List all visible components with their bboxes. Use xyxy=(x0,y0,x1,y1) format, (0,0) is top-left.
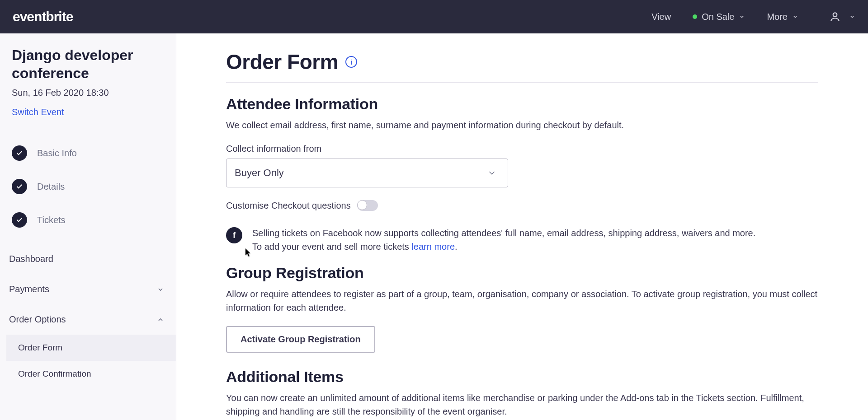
additional-desc: You can now create an unlimited amount o… xyxy=(226,391,818,418)
user-icon xyxy=(829,11,841,23)
sub-nav-order-form[interactable]: Order Form xyxy=(6,335,176,361)
attendee-section-title: Attendee Information xyxy=(226,95,818,113)
step-label: Details xyxy=(37,182,65,192)
topnav-left: eventbrite xyxy=(13,9,73,24)
chevron-down-icon xyxy=(792,14,798,20)
nav-label: Dashboard xyxy=(9,254,53,264)
nav-section: Dashboard Payments Order Options Order F… xyxy=(0,244,176,387)
sub-nav-order-confirmation[interactable]: Order Confirmation xyxy=(6,361,176,387)
switch-event-link[interactable]: Switch Event xyxy=(12,107,164,117)
page-title: Order Form xyxy=(226,50,338,74)
learn-more-link[interactable]: learn more xyxy=(411,242,455,252)
chevron-up-icon xyxy=(157,316,164,323)
attendee-desc: We collect email address, first name, su… xyxy=(226,118,818,132)
top-navbar: eventbrite View On Sale More xyxy=(0,0,868,33)
sub-nav: Order Form Order Confirmation xyxy=(0,335,176,387)
chevron-down-icon xyxy=(739,14,745,20)
facebook-icon: f xyxy=(226,227,242,243)
step-details[interactable]: Details xyxy=(4,170,172,203)
step-circle-icon xyxy=(12,145,27,161)
nav-order-options[interactable]: Order Options xyxy=(0,304,176,335)
main-content: Order Form i Attendee Information We col… xyxy=(176,33,868,420)
check-icon xyxy=(16,183,23,190)
page-title-row: Order Form i xyxy=(226,50,818,83)
event-date: Sun, 16 Feb 2020 18:30 xyxy=(12,88,164,98)
event-header: Django developer conference Sun, 16 Feb … xyxy=(0,46,176,117)
check-icon xyxy=(16,149,23,157)
customise-toggle[interactable] xyxy=(357,200,378,211)
step-tickets[interactable]: Tickets xyxy=(4,203,172,237)
step-circle-icon xyxy=(12,212,27,228)
chevron-down-icon xyxy=(849,14,855,20)
fb-line2a: To add your event and sell more tickets xyxy=(252,242,411,252)
view-label: View xyxy=(651,12,671,22)
step-circle-icon xyxy=(12,179,27,194)
group-section-title: Group Registration xyxy=(226,264,818,282)
more-label: More xyxy=(767,12,788,22)
facebook-text: Selling tickets on Facebook now supports… xyxy=(252,226,755,253)
chevron-down-icon xyxy=(487,168,497,178)
onsale-label: On Sale xyxy=(702,12,734,22)
more-menu[interactable]: More xyxy=(767,12,798,22)
collect-from-label: Collect information from xyxy=(226,144,818,154)
steps-list: Basic Info Details Tickets xyxy=(0,136,176,237)
fb-line1: Selling tickets on Facebook now supports… xyxy=(252,228,755,238)
topnav-right: View On Sale More xyxy=(651,11,855,23)
select-value: Buyer Only xyxy=(235,167,284,179)
onsale-menu[interactable]: On Sale xyxy=(693,12,745,22)
toggle-knob xyxy=(357,200,367,210)
fb-line2b: . xyxy=(455,242,458,252)
nav-label: Payments xyxy=(9,284,49,294)
sidebar: Django developer conference Sun, 16 Feb … xyxy=(0,33,176,420)
svg-point-0 xyxy=(833,13,837,17)
view-menu[interactable]: View xyxy=(651,12,671,22)
nav-payments[interactable]: Payments xyxy=(0,274,176,304)
chevron-down-icon xyxy=(157,286,164,293)
status-dot-icon xyxy=(693,14,697,19)
group-desc: Allow or require attendees to register a… xyxy=(226,287,818,314)
activate-group-button[interactable]: Activate Group Registration xyxy=(226,326,375,353)
additional-section-title: Additional Items xyxy=(226,368,818,386)
facebook-info-banner: f Selling tickets on Facebook now suppor… xyxy=(226,226,818,253)
nav-label: Order Options xyxy=(9,314,66,325)
event-title: Django developer conference xyxy=(12,46,164,82)
step-label: Basic Info xyxy=(37,148,77,159)
step-label: Tickets xyxy=(37,215,66,225)
check-icon xyxy=(16,216,23,224)
step-basic-info[interactable]: Basic Info xyxy=(4,136,172,170)
info-icon[interactable]: i xyxy=(345,56,357,68)
logo[interactable]: eventbrite xyxy=(13,9,73,24)
customise-label: Customise Checkout questions xyxy=(226,201,351,211)
user-menu[interactable] xyxy=(829,11,855,23)
nav-dashboard[interactable]: Dashboard xyxy=(0,244,176,274)
collect-from-select[interactable]: Buyer Only xyxy=(226,159,508,187)
customise-toggle-row: Customise Checkout questions xyxy=(226,200,818,211)
